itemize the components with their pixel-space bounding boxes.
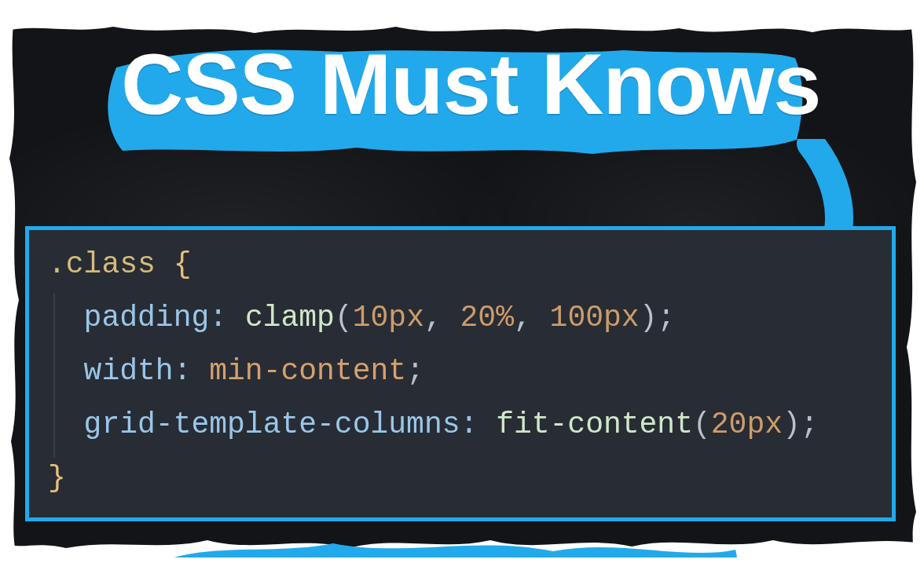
code-comma: , — [514, 301, 532, 335]
code-arg: 100px — [550, 301, 640, 335]
code-comma: , — [424, 301, 442, 335]
page-title: CSS Must Knows — [121, 41, 797, 127]
code-prop-gtc: grid-template-columns — [84, 408, 460, 441]
code-arg: 20px — [711, 408, 783, 441]
code-colon: : — [460, 408, 478, 441]
code-semicolon: ; — [657, 301, 675, 335]
code-semicolon: ; — [801, 408, 819, 441]
code-paren: ) — [783, 408, 801, 441]
thumbnail-card: CSS Must Knows .class { padding: clamp(1… — [3, 17, 921, 558]
code-semicolon: ; — [406, 354, 424, 388]
code-func-fitcontent: fit-content — [496, 408, 693, 441]
code-selector: .class — [48, 247, 156, 281]
code-snippet-panel: .class { padding: clamp(10px, 20%, 100px… — [25, 226, 896, 521]
code-arg: 20% — [460, 301, 514, 335]
code-func-clamp: clamp — [245, 301, 335, 335]
code-arg: 10px — [353, 301, 424, 335]
code-prop-padding: padding — [84, 301, 210, 335]
code-paren: ( — [693, 408, 711, 441]
indent-guide — [53, 293, 55, 458]
code-brace-close: } — [48, 461, 66, 495]
code-colon: : — [209, 301, 227, 335]
bottom-paint-splash — [145, 517, 742, 558]
code-paren: ( — [335, 301, 353, 335]
code-colon: : — [174, 354, 192, 388]
code-value-mincontent: min-content — [209, 354, 406, 388]
code-brace-open: { — [174, 247, 192, 281]
code-paren: ) — [640, 301, 658, 335]
code-prop-width: width — [84, 354, 174, 388]
code-block: .class { padding: clamp(10px, 20%, 100px… — [29, 230, 892, 519]
